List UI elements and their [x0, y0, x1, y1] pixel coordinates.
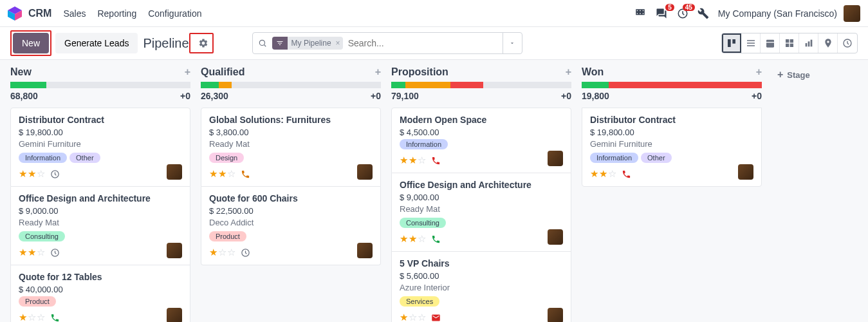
tag[interactable]: Other [641, 153, 672, 163]
messages-icon[interactable]: 5 [655, 8, 668, 19]
column-add-icon[interactable]: + [375, 66, 381, 78]
activity-phone-icon[interactable] [241, 169, 250, 179]
company-selector[interactable]: My Company (San Francisco) [718, 8, 837, 19]
card-avatar[interactable] [738, 164, 753, 180]
priority-star[interactable]: ☆ [608, 168, 616, 180]
search-input[interactable] [348, 38, 503, 48]
kanban-card[interactable]: Global Solutions: Furnitures$ 3,800.00Re… [201, 108, 381, 187]
view-pivot[interactable] [780, 33, 799, 53]
highlight-gear [189, 33, 214, 53]
card-avatar[interactable] [357, 243, 373, 258]
add-stage-button[interactable]: +Stage [772, 66, 815, 83]
generate-leads-button[interactable]: Generate Leads [55, 33, 138, 53]
priority-star[interactable]: ★ [209, 247, 217, 258]
priority-star[interactable]: ★ [19, 168, 27, 180]
kanban-card[interactable]: Office Design and Architecture$ 9,000.00… [391, 173, 571, 252]
kanban-card[interactable]: Distributor Contract$ 19,800.00Gemini Fu… [10, 108, 190, 187]
svg-rect-14 [810, 40, 812, 47]
search-options[interactable] [503, 33, 522, 53]
priority-star[interactable]: ☆ [418, 233, 426, 245]
view-calendar[interactable] [761, 33, 780, 53]
activity-phone-icon[interactable] [431, 234, 441, 244]
activity-clock-icon[interactable] [50, 248, 60, 258]
priority-star[interactable]: ☆ [418, 312, 426, 322]
activity-phone-icon[interactable] [50, 313, 60, 323]
kanban-card[interactable]: Quote for 12 Tables$ 40,000.00Product★☆☆ [10, 265, 190, 322]
view-kanban[interactable] [722, 33, 741, 53]
tag[interactable]: Product [19, 296, 56, 307]
priority-star[interactable]: ☆ [28, 312, 36, 322]
nav-configuration[interactable]: Configuration [148, 8, 201, 19]
user-avatar[interactable] [844, 5, 860, 22]
priority-star[interactable]: ☆ [418, 155, 426, 166]
settings-button[interactable] [196, 35, 211, 51]
view-graph[interactable] [799, 33, 818, 53]
activities-icon[interactable]: 45 [677, 8, 688, 19]
activity-phone-icon[interactable] [431, 156, 441, 166]
priority-star[interactable]: ★ [409, 155, 417, 166]
tag[interactable]: Information [19, 153, 67, 163]
tools-icon[interactable] [697, 8, 709, 19]
priority-star[interactable]: ★ [409, 233, 417, 245]
card-title: 5 VP Chairs [400, 258, 563, 269]
priority-star[interactable]: ☆ [37, 312, 45, 322]
priority-star[interactable]: ★ [209, 168, 217, 180]
activity-envelope-icon[interactable] [431, 313, 441, 323]
priority-star[interactable]: ★ [19, 312, 27, 322]
kanban-card[interactable]: 5 VP Chairs$ 5,600.00Azure InteriorServi… [391, 252, 571, 322]
tag[interactable]: Consulting [19, 231, 65, 242]
priority-star[interactable]: ★ [28, 168, 36, 180]
tag[interactable]: Design [209, 153, 244, 163]
view-activity[interactable] [838, 33, 857, 53]
kanban-card[interactable]: Distributor Contract$ 19,800.00Gemini Fu… [582, 108, 762, 187]
card-avatar[interactable] [548, 308, 563, 322]
tag[interactable]: Other [69, 153, 100, 163]
card-amount: $ 19,800.00 [19, 128, 182, 137]
card-avatar[interactable] [167, 243, 182, 258]
activity-clock-icon[interactable] [241, 248, 250, 258]
tag[interactable]: Consulting [400, 218, 446, 228]
card-avatar[interactable] [167, 308, 182, 322]
view-list[interactable] [741, 33, 761, 53]
priority-star[interactable]: ☆ [37, 247, 45, 258]
tag[interactable]: Product [209, 231, 246, 242]
priority-star[interactable]: ☆ [227, 168, 235, 180]
priority-star[interactable]: ☆ [227, 247, 235, 258]
priority-star[interactable]: ★ [400, 312, 408, 322]
view-map[interactable] [818, 33, 838, 53]
card-title: Office Design and Architecture [19, 193, 182, 204]
activity-phone-icon[interactable] [622, 169, 631, 179]
nav-sales[interactable]: Sales [63, 8, 86, 19]
card-customer: Azure Interior [400, 283, 563, 292]
card-avatar[interactable] [167, 164, 182, 180]
column-add-icon[interactable]: + [185, 66, 190, 78]
priority-star[interactable]: ★ [28, 247, 36, 258]
activity-clock-icon[interactable] [50, 169, 60, 179]
priority-star[interactable]: ★ [400, 155, 408, 166]
tag[interactable]: Information [400, 139, 448, 149]
card-avatar[interactable] [357, 164, 373, 180]
card-avatar[interactable] [548, 229, 563, 245]
column-amount: 79,100 [391, 91, 419, 101]
dialer-icon[interactable] [634, 8, 646, 19]
priority-star[interactable]: ★ [590, 168, 598, 180]
priority-star[interactable]: ☆ [409, 312, 417, 322]
priority-star[interactable]: ★ [599, 168, 607, 180]
priority-star[interactable]: ★ [400, 233, 408, 245]
column-add-icon[interactable]: + [756, 66, 762, 78]
tag[interactable]: Information [590, 153, 638, 163]
filter-chip-remove[interactable]: × [336, 39, 340, 48]
priority-star[interactable]: ★ [218, 168, 226, 180]
filter-chip[interactable]: My Pipeline × [272, 37, 343, 50]
priority-star[interactable]: ☆ [37, 168, 45, 180]
tag[interactable]: Services [400, 296, 439, 307]
kanban-card[interactable]: Quote for 600 Chairs$ 22,500.00Deco Addi… [201, 187, 381, 265]
priority-star[interactable]: ★ [19, 247, 27, 258]
card-avatar[interactable] [548, 151, 563, 166]
kanban-card[interactable]: Modern Open Space$ 4,500.00Information★★… [391, 108, 571, 173]
nav-reporting[interactable]: Reporting [97, 8, 136, 19]
column-add-icon[interactable]: + [566, 66, 571, 78]
priority-star[interactable]: ☆ [218, 247, 226, 258]
kanban-card[interactable]: Office Design and Architecture$ 9,000.00… [10, 187, 190, 265]
new-button[interactable]: New [13, 33, 49, 53]
